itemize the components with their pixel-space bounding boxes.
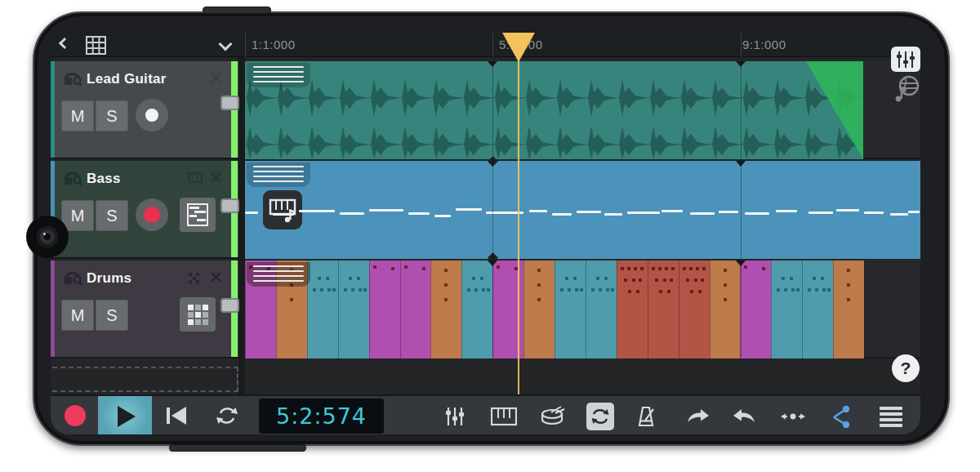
share-icon[interactable] [826, 403, 854, 430]
volume-handle[interactable] [220, 298, 239, 313]
close-icon[interactable] [211, 172, 221, 183]
drum-pattern-block[interactable] [740, 260, 771, 358]
track-name[interactable]: Lead Guitar [87, 71, 167, 87]
drum-pattern-block[interactable] [648, 260, 679, 358]
sync-loop-icon[interactable] [586, 403, 614, 430]
midi-note [836, 209, 859, 212]
drumpad-edit-button[interactable] [180, 297, 216, 332]
screenshot-stage: { "timeline": { "markers": ["1:1:000", "… [0, 0, 980, 472]
drum-pattern-block[interactable] [430, 260, 461, 358]
horizontal-zoom-icon[interactable] [779, 403, 807, 430]
headphone-lock-icon[interactable] [62, 267, 82, 287]
audio-clip[interactable] [245, 61, 863, 159]
drum-pattern-block[interactable] [523, 260, 555, 358]
track-header-drums[interactable]: Drums M S [51, 260, 238, 357]
drum-pattern-block[interactable] [586, 260, 617, 358]
close-icon[interactable] [211, 272, 221, 283]
volume-handle[interactable] [220, 96, 239, 110]
mixer-icon[interactable] [441, 403, 469, 430]
solo-button[interactable]: S [96, 200, 128, 231]
track-name[interactable]: Bass [87, 171, 121, 187]
grid-view-icon[interactable] [85, 35, 107, 56]
record-arm-button[interactable] [136, 99, 168, 131]
mixer-panel-button[interactable] [891, 47, 920, 72]
track-header-lead-guitar[interactable]: Lead Guitar M S [51, 61, 238, 158]
drum-pattern-block[interactable] [461, 260, 492, 358]
audio-lane[interactable] [238, 61, 920, 158]
mute-button[interactable]: M [61, 100, 94, 131]
track-row: Drums M S [51, 260, 920, 358]
playhead-marker[interactable] [502, 33, 535, 62]
drum-icon[interactable] [539, 403, 567, 430]
keyboard-icon[interactable] [490, 403, 518, 430]
record-arm-button[interactable] [136, 198, 168, 231]
bar-gridline [741, 61, 742, 357]
midi-note [434, 215, 451, 217]
metronome-icon[interactable] [632, 403, 660, 430]
solo-button[interactable]: S [96, 100, 128, 131]
drum-pattern-block[interactable] [833, 260, 864, 358]
ruler-tick [741, 33, 742, 57]
volume-handle[interactable] [220, 198, 239, 213]
menu-icon[interactable] [877, 403, 905, 430]
drum-pattern-block[interactable] [617, 260, 648, 358]
drum-pattern-block[interactable] [369, 260, 400, 358]
bar-gridline [492, 61, 493, 357]
solo-button[interactable]: S [96, 300, 128, 331]
redo-icon[interactable] [730, 403, 758, 430]
piano-icon[interactable] [188, 172, 203, 183]
clip-name-tab [247, 63, 310, 87]
drum-pattern-block[interactable] [771, 260, 802, 358]
phone-frame: 1:1:000 5:1:000 9:1:000 [33, 11, 950, 446]
track-color-strip [51, 61, 55, 158]
loop-button[interactable] [216, 405, 238, 426]
timeline-marker[interactable]: 1:1:000 [252, 38, 296, 51]
drum-lane[interactable] [238, 260, 920, 357]
drum-pattern-block[interactable] [400, 260, 431, 358]
waveform-icon[interactable] [188, 73, 203, 84]
add-track-dropzone[interactable] [52, 367, 238, 392]
drum-pattern-block[interactable] [307, 260, 338, 358]
midi-note [529, 210, 547, 212]
midi-clip[interactable] [245, 161, 920, 259]
midi-note [776, 210, 797, 212]
ruler-tick [492, 33, 493, 57]
pianoroll-edit-button[interactable] [180, 198, 216, 232]
drum-pattern-block[interactable] [679, 260, 710, 358]
drum-grid-icon[interactable] [188, 272, 200, 284]
midi-note [890, 213, 908, 216]
power-button [169, 444, 306, 452]
record-button[interactable] [65, 405, 86, 426]
track-header-bass[interactable]: Bass M S [51, 161, 238, 257]
timeline-marker[interactable]: 9:1:000 [742, 38, 786, 51]
clip-name-tab [247, 262, 310, 287]
chevron-down-icon[interactable] [219, 38, 233, 51]
midi-note [245, 212, 258, 214]
piano-note-icon[interactable] [263, 190, 302, 229]
back-icon[interactable] [59, 38, 70, 49]
globe-audio-icon[interactable] [893, 75, 920, 103]
help-button[interactable]: ? [892, 354, 920, 382]
undo-icon[interactable] [684, 403, 712, 430]
midi-note [745, 212, 769, 215]
drums-clip[interactable] [245, 260, 864, 358]
track-color-strip [51, 260, 55, 357]
track-name[interactable]: Drums [87, 270, 131, 287]
time-display[interactable]: 5:2:574 [259, 399, 384, 434]
playhead-line [518, 33, 519, 394]
drum-pattern-block[interactable] [802, 260, 833, 358]
mute-button[interactable]: M [61, 300, 94, 331]
rewind-to-start-button[interactable] [167, 407, 188, 425]
midi-note [273, 213, 294, 216]
drum-pattern-block[interactable] [710, 260, 741, 358]
headphone-lock-icon[interactable] [62, 68, 82, 87]
transport-bar: 5:2:574 [51, 394, 920, 434]
headphone-lock-icon[interactable] [62, 167, 82, 187]
midi-note [627, 212, 660, 214]
close-icon[interactable] [211, 73, 221, 83]
midi-note [299, 210, 335, 212]
drum-pattern-block[interactable] [555, 260, 586, 358]
play-button[interactable] [98, 396, 152, 434]
drum-pattern-block[interactable] [338, 260, 369, 358]
midi-lane[interactable] [238, 161, 920, 257]
